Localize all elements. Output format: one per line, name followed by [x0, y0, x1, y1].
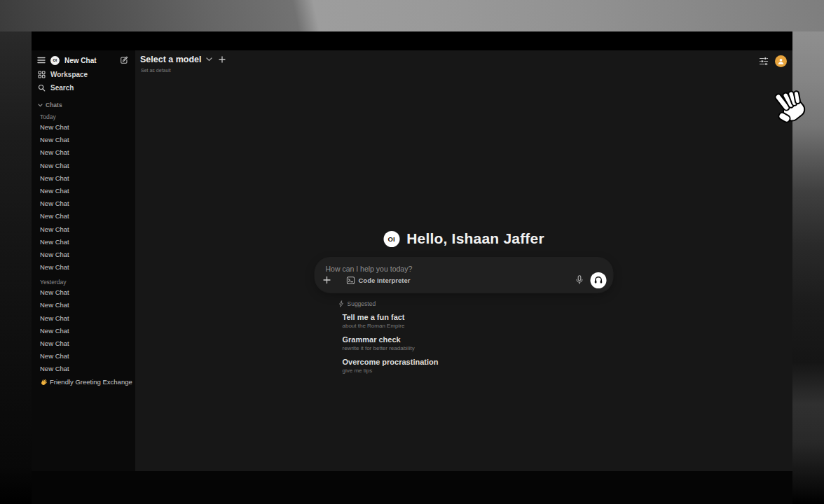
model-selector-label: Select a model: [140, 55, 202, 64]
chat-item[interactable]: New Chat: [32, 350, 135, 363]
prompt-subtitle: rewrite it for better readability: [343, 345, 613, 352]
chat-item[interactable]: New Chat: [32, 248, 135, 261]
sidebar-item-search[interactable]: Search: [32, 81, 135, 94]
prompt-subtitle: about the Roman Empire: [343, 323, 613, 330]
chat-item[interactable]: New Chat: [32, 363, 135, 375]
prompt-subtitle: give me tips: [343, 368, 613, 374]
app-logo: OI: [383, 231, 399, 247]
suggested-section: Suggested Tell me a fun fact about the R…: [315, 300, 613, 374]
attach-button[interactable]: [323, 276, 331, 284]
prompt-list: Tell me a fun fact about the Roman Empir…: [339, 313, 613, 374]
chevron-down-icon: [38, 104, 43, 107]
chat-list-today: New ChatNew ChatNew ChatNew ChatNew Chat…: [32, 121, 135, 274]
voice-input-button[interactable]: [576, 275, 584, 285]
sidebar-header: OI New Chat: [32, 50, 135, 66]
sidebar: OI New Chat: [32, 50, 135, 471]
plus-icon: [323, 276, 331, 284]
greeting-row: OI Hello, Ishaan Jaffer: [315, 230, 613, 247]
bolt-icon: [339, 300, 344, 307]
chat-item[interactable]: New Chat: [32, 337, 135, 350]
input-toolbar: Code Interpreter: [323, 272, 607, 288]
model-selector[interactable]: Select a model: [140, 55, 226, 64]
sidebar-item-workspace[interactable]: Workspace: [32, 68, 135, 81]
sidebar-title: New Chat: [64, 57, 115, 64]
suggested-prompt[interactable]: Grammar check rewrite it for better read…: [343, 335, 613, 352]
microphone-icon: [576, 275, 584, 285]
prompt-title: Tell me a fun fact: [343, 313, 613, 322]
app-logo: OI: [50, 56, 60, 65]
home-content: OI Hello, Ishaan Jaffer How can I help y…: [315, 230, 613, 380]
new-chat-button[interactable]: [120, 56, 128, 64]
prompt-title: Overcome procrastination: [343, 358, 613, 367]
sidebar-nav: Workspace Search: [32, 68, 135, 94]
chat-group-today: Today: [32, 113, 135, 121]
chats-section-toggle[interactable]: Chats: [32, 101, 135, 109]
wallpaper-left: [0, 31, 32, 504]
wallpaper-right: [792, 31, 824, 504]
chat-list-yesterday: New ChatNew ChatNew ChatNew ChatNew Chat…: [32, 286, 135, 375]
chat-item[interactable]: New Chat: [32, 261, 135, 274]
chat-item[interactable]: New Chat: [32, 312, 135, 325]
header-controls: [759, 55, 787, 67]
chat-item-named[interactable]: Friendly Greeting Exchange: [32, 376, 135, 388]
code-interpreter-toggle[interactable]: Code Interpreter: [347, 276, 411, 284]
call-button[interactable]: [591, 272, 607, 288]
headphones-icon: [594, 276, 603, 284]
sliders-icon: [759, 57, 769, 66]
chat-item[interactable]: New Chat: [32, 197, 135, 210]
chat-item[interactable]: New Chat: [32, 121, 135, 134]
waving-hand-icon: [40, 379, 47, 386]
chat-item[interactable]: New Chat: [32, 146, 135, 159]
code-interpreter-label: Code Interpreter: [359, 276, 411, 284]
chat-item[interactable]: New Chat: [32, 160, 135, 172]
chat-item[interactable]: New Chat: [32, 134, 135, 146]
greeting-text: Hello, Ishaan Jaffer: [406, 230, 544, 247]
message-input[interactable]: How can I help you today?: [315, 258, 613, 293]
sidebar-toggle-button[interactable]: [37, 57, 46, 64]
main-area: Select a model Set as default: [135, 50, 792, 471]
chat-item-label: Friendly Greeting Exchange: [50, 376, 132, 388]
chats-section-label: Chats: [46, 102, 62, 108]
prompt-title: Grammar check: [343, 335, 613, 344]
chevron-down-icon: [206, 57, 212, 62]
wallpaper-top: [0, 0, 824, 31]
user-avatar[interactable]: [775, 55, 787, 67]
chat-item[interactable]: New Chat: [32, 223, 135, 236]
suggested-prompt[interactable]: Tell me a fun fact about the Roman Empir…: [343, 313, 613, 330]
chat-item[interactable]: New Chat: [32, 286, 135, 299]
plus-icon[interactable]: [219, 56, 226, 63]
controls-button[interactable]: [759, 57, 769, 66]
set-default-link[interactable]: Set as default: [141, 68, 171, 73]
chat-item[interactable]: New Chat: [32, 299, 135, 312]
suggested-label: Suggested: [348, 300, 376, 307]
terminal-icon: [347, 276, 355, 284]
chat-item[interactable]: New Chat: [32, 172, 135, 185]
desktop: OI New Chat: [0, 0, 824, 504]
user-silhouette-icon: [777, 57, 785, 65]
chat-group-yesterday: Yesterday: [32, 278, 135, 286]
suggested-header: Suggested: [339, 300, 613, 308]
chat-item[interactable]: New Chat: [32, 210, 135, 223]
chat-item[interactable]: New Chat: [32, 325, 135, 337]
app-window: OI New Chat: [32, 31, 792, 471]
workspace-grid-icon: [38, 71, 46, 78]
search-label: Search: [50, 84, 74, 92]
workspace-label: Workspace: [50, 71, 88, 78]
suggested-prompt[interactable]: Overcome procrastination give me tips: [343, 358, 613, 374]
pencil-square-icon: [120, 56, 128, 64]
hamburger-icon: [37, 57, 46, 64]
chat-item[interactable]: New Chat: [32, 185, 135, 197]
chat-item[interactable]: New Chat: [32, 236, 135, 248]
app-titlebar: [32, 31, 792, 50]
search-icon: [38, 84, 46, 92]
